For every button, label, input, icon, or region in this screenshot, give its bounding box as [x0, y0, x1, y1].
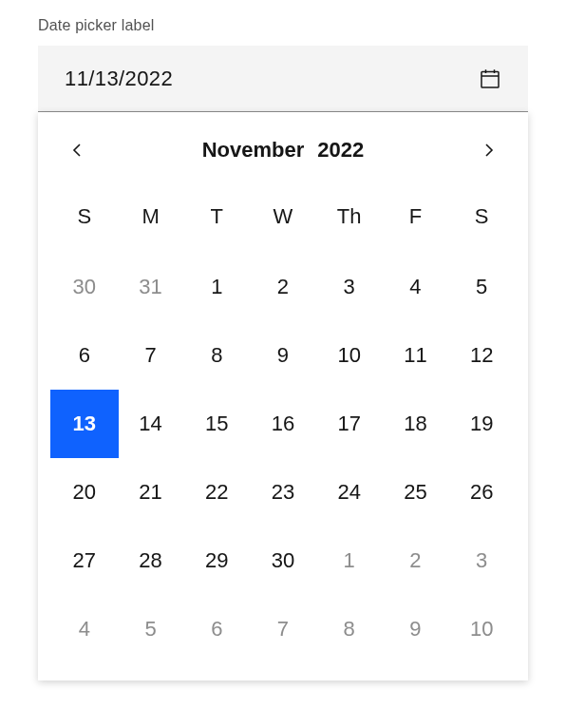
day-cell[interactable]: 6 — [51, 321, 118, 390]
day-cell-selected[interactable]: 13 — [51, 390, 118, 458]
day-number: 6 — [211, 617, 222, 642]
day-number: 14 — [139, 412, 161, 436]
day-cell[interactable]: 15 — [183, 390, 250, 458]
day-cell[interactable]: 17 — [316, 390, 383, 458]
weekday-header: Th — [316, 188, 383, 245]
day-cell[interactable]: 20 — [51, 458, 118, 527]
weekday-header: S — [51, 188, 118, 245]
day-cell[interactable]: 1 — [183, 253, 250, 321]
year-select[interactable]: 2022 — [317, 138, 364, 163]
next-month-button[interactable] — [462, 124, 515, 177]
day-number: 16 — [272, 412, 294, 436]
day-number: 3 — [344, 275, 355, 299]
date-picker-label: Date picker label — [38, 17, 528, 34]
day-number: 12 — [470, 343, 493, 368]
day-number: 2 — [409, 548, 421, 573]
day-number: 22 — [205, 480, 228, 505]
day-number: 8 — [211, 343, 222, 368]
day-cell-outside[interactable]: 8 — [316, 595, 383, 663]
day-number: 26 — [470, 480, 493, 505]
day-number: 5 — [476, 275, 487, 299]
day-cell[interactable]: 21 — [118, 458, 184, 527]
day-cell-outside[interactable]: 5 — [118, 595, 184, 663]
day-number: 4 — [79, 617, 90, 642]
date-picker: 11/13/2022 November 2022 — [38, 46, 528, 680]
day-number: 10 — [337, 343, 360, 368]
day-cell[interactable]: 10 — [316, 321, 383, 390]
day-cell[interactable]: 8 — [183, 321, 250, 390]
day-cell[interactable]: 14 — [118, 390, 184, 458]
day-cell-outside[interactable]: 1 — [316, 527, 383, 595]
day-cell[interactable]: 9 — [250, 321, 316, 390]
day-number: 2 — [277, 275, 289, 299]
day-cell[interactable]: 2 — [250, 253, 316, 321]
day-cell[interactable]: 7 — [118, 321, 184, 390]
day-cell[interactable]: 29 — [183, 527, 250, 595]
day-number: 21 — [139, 480, 161, 505]
calendar-dropdown: November 2022 SMTWThFS 30311234567891011… — [38, 112, 528, 680]
day-cell[interactable]: 26 — [448, 458, 515, 527]
day-cell-outside[interactable]: 9 — [383, 595, 449, 663]
day-number: 27 — [73, 548, 96, 573]
day-cell[interactable]: 3 — [316, 253, 383, 321]
chevron-right-icon — [481, 143, 496, 158]
day-cell-outside[interactable]: 4 — [51, 595, 118, 663]
day-number: 7 — [277, 617, 289, 642]
day-cell-outside[interactable]: 10 — [448, 595, 515, 663]
day-cell[interactable]: 16 — [250, 390, 316, 458]
day-number: 11 — [404, 343, 426, 368]
day-cell[interactable]: 19 — [448, 390, 515, 458]
day-cell[interactable]: 11 — [383, 321, 449, 390]
date-input-value: 11/13/2022 — [65, 67, 173, 91]
day-cell[interactable]: 22 — [183, 458, 250, 527]
day-number: 25 — [404, 480, 426, 505]
day-number: 13 — [73, 412, 96, 436]
day-number: 18 — [404, 412, 426, 436]
day-number: 1 — [344, 548, 355, 573]
day-number: 4 — [409, 275, 421, 299]
day-cell[interactable]: 28 — [118, 527, 184, 595]
day-number: 29 — [205, 548, 228, 573]
day-number: 8 — [344, 617, 355, 642]
prev-month-button[interactable] — [51, 124, 104, 177]
day-cell-outside[interactable]: 7 — [250, 595, 316, 663]
day-number: 10 — [470, 617, 493, 642]
day-number: 9 — [409, 617, 421, 642]
day-number: 5 — [144, 617, 156, 642]
day-number: 20 — [73, 480, 96, 505]
weekday-header: W — [250, 188, 316, 245]
day-cell[interactable]: 18 — [383, 390, 449, 458]
weekday-header: S — [448, 188, 515, 245]
day-cell[interactable]: 24 — [316, 458, 383, 527]
weekday-header: M — [118, 188, 184, 245]
day-number: 6 — [79, 343, 90, 368]
day-cell[interactable]: 27 — [51, 527, 118, 595]
day-number: 15 — [205, 412, 228, 436]
calendar-icon[interactable] — [479, 67, 501, 90]
day-number: 24 — [337, 480, 360, 505]
weekday-header-row: SMTWThFS — [51, 188, 515, 245]
day-cell-outside[interactable]: 3 — [448, 527, 515, 595]
day-number: 23 — [272, 480, 294, 505]
day-cell-outside[interactable]: 30 — [51, 253, 118, 321]
day-cell[interactable]: 5 — [448, 253, 515, 321]
weekday-header: T — [183, 188, 250, 245]
day-number: 7 — [144, 343, 156, 368]
day-number: 30 — [272, 548, 294, 573]
month-select[interactable]: November — [202, 138, 305, 163]
day-number: 1 — [211, 275, 222, 299]
day-cell[interactable]: 12 — [448, 321, 515, 390]
day-cell-outside[interactable]: 31 — [118, 253, 184, 321]
days-grid: 3031123456789101112131415161718192021222… — [51, 253, 515, 663]
day-cell[interactable]: 23 — [250, 458, 316, 527]
weekday-header: F — [383, 188, 449, 245]
day-cell-outside[interactable]: 2 — [383, 527, 449, 595]
day-cell[interactable]: 4 — [383, 253, 449, 321]
day-cell-outside[interactable]: 6 — [183, 595, 250, 663]
chevron-left-icon — [70, 143, 85, 158]
day-number: 30 — [73, 275, 96, 299]
day-number: 3 — [476, 548, 487, 573]
date-input-field[interactable]: 11/13/2022 — [38, 46, 528, 112]
day-cell[interactable]: 30 — [250, 527, 316, 595]
day-cell[interactable]: 25 — [383, 458, 449, 527]
